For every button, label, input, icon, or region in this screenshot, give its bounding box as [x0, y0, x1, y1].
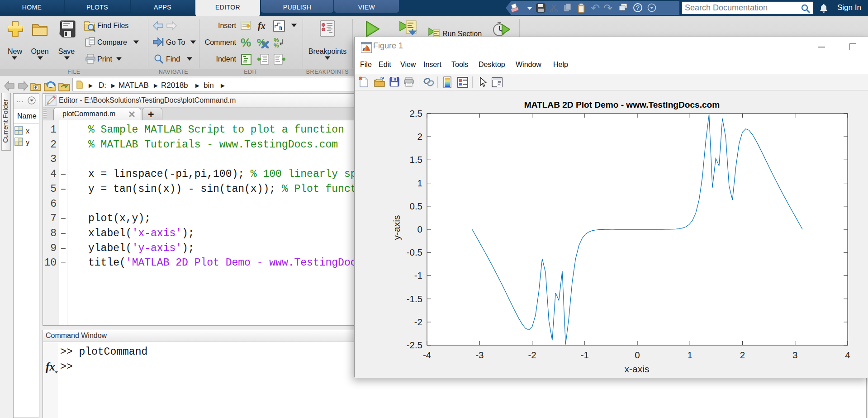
svg-text:1: 1: [417, 178, 422, 188]
svg-text:-2: -2: [528, 350, 536, 360]
svg-text:-1.5: -1.5: [407, 294, 422, 304]
svg-text:3: 3: [792, 350, 797, 360]
svg-text:fi: fi: [279, 25, 282, 31]
svg-text:-0.5: -0.5: [407, 247, 422, 257]
svg-text:MATLAB 2D Plot Demo - www.Test: MATLAB 2D Plot Demo - www.TestingDocs.co…: [524, 100, 720, 109]
svg-text:-2.5: -2.5: [407, 340, 422, 350]
svg-text:0: 0: [635, 350, 640, 360]
svg-text:0: 0: [417, 224, 422, 234]
svg-text:-1: -1: [414, 270, 422, 280]
svg-text:%: %: [241, 37, 251, 48]
svg-text:-2: -2: [414, 317, 422, 327]
svg-text:2: 2: [417, 131, 422, 142]
svg-text:x-axis: x-axis: [625, 364, 650, 374]
svg-text:4: 4: [845, 350, 850, 360]
svg-text:y-axis: y-axis: [391, 215, 402, 240]
svg-text:fx: fx: [258, 21, 266, 31]
svg-text:-3: -3: [475, 350, 484, 360]
svg-text:?: ?: [636, 4, 640, 11]
svg-text:0.5: 0.5: [410, 201, 423, 211]
svg-text:-1: -1: [581, 350, 589, 360]
svg-text:1: 1: [688, 350, 693, 360]
svg-text:%: %: [274, 42, 279, 48]
svg-text:1.5: 1.5: [410, 154, 423, 165]
svg-text:-4: -4: [423, 350, 431, 360]
svg-text:2: 2: [740, 350, 745, 360]
svg-text:↷: ↷: [603, 2, 612, 14]
svg-text:2.5: 2.5: [410, 108, 423, 119]
svg-text:↶: ↶: [591, 2, 600, 14]
